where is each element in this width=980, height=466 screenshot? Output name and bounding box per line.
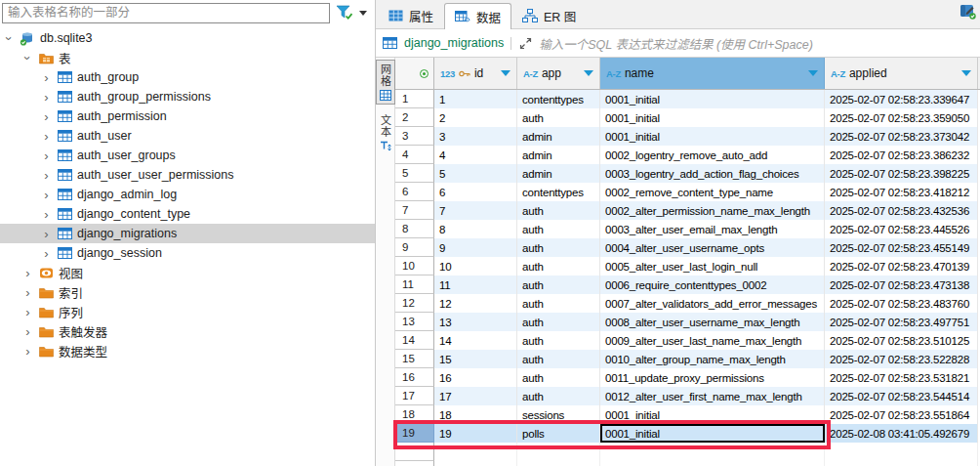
cell-name[interactable]: 0006_require_contenttypes_0002 [600,275,825,294]
cell-app[interactable]: auth [517,313,600,331]
cell-name[interactable]: 0005_alter_user_last_login_null [600,257,825,275]
cell-app[interactable]: auth [517,331,600,350]
funnel-check-icon[interactable] [335,4,354,21]
chevron-right-icon[interactable]: › [22,287,33,298]
tree-item-django-session[interactable]: ›django_session [0,243,375,263]
column-filter-arrow-icon[interactable] [501,70,510,76]
cell-app[interactable]: auth [517,350,600,368]
cell-name[interactable]: 0012_alter_user_first_name_max_length [600,387,825,405]
row-number[interactable]: 8 [395,220,434,238]
column-header-id[interactable]: 123id [434,58,517,89]
row-number[interactable]: 17 [395,387,434,405]
cell-id[interactable]: 14 [434,331,517,350]
tree-item-auth-user[interactable]: ›auth_user [0,126,375,146]
cell-app[interactable]: contenttypes [517,183,600,201]
row-number[interactable]: 18 [395,405,434,424]
cell-applied[interactable]: 2025-02-07 02:58:23.483760 [825,294,978,313]
tree-item-auth-user-groups[interactable]: ›auth_user_groups [0,146,375,165]
filter-dropdown-arrow-icon[interactable] [359,11,367,16]
chevron-right-icon[interactable]: › [22,307,33,318]
cell-app[interactable]: sessions [517,405,600,424]
cell-id[interactable]: 7 [434,201,517,220]
row-number[interactable]: 5 [395,164,434,183]
sql-filter-input[interactable]: 输入一个SQL 表达式来过滤结果 (使用 Ctrl+Space) [539,34,813,53]
column-filter-arrow-icon[interactable] [961,70,971,76]
cell-applied[interactable]: 2025-02-07 02:58:23.432536 [825,201,978,220]
current-table-name[interactable]: django_migrations [404,36,504,50]
cell-id[interactable]: 11 [434,275,517,294]
tree-item-django-content-type[interactable]: ›django_content_type [0,204,375,224]
chevron-right-icon[interactable]: › [41,190,52,200]
cell-name[interactable]: 0004_alter_user_username_opts [600,238,825,257]
tree-item-auth-group-permissions[interactable]: ›auth_group_permissions [0,87,375,106]
column-filter-arrow-icon[interactable] [584,70,593,76]
cell-id[interactable]: 18 [434,405,517,424]
row-number[interactable]: 19 [395,424,434,443]
row-number[interactable]: 11 [395,275,434,294]
chevron-down-icon[interactable]: › [22,53,33,64]
tree-item-data-types-folder[interactable]: ›数据类型 [0,341,375,360]
cell-id[interactable]: 13 [434,313,517,331]
cell-applied[interactable]: 2025-02-07 02:58:23.473138 [825,275,978,294]
table-search-input[interactable] [2,3,330,23]
view-tab-grid[interactable]: 网格 [376,60,395,105]
cell-app[interactable]: auth [517,294,600,313]
cell-id[interactable]: 10 [434,257,517,275]
chevron-right-icon[interactable]: › [22,346,33,357]
cell-name[interactable]: 0002_alter_permission_name_max_length [600,201,825,220]
cell-applied[interactable]: 2025-02-07 02:58:23.544514 [825,387,978,405]
cell-name[interactable]: 0001_initial [600,108,825,127]
tree-item-tables-folder[interactable]: ›表 [0,48,375,67]
cell-applied[interactable]: 2025-02-07 02:58:23.522828 [825,350,978,368]
cell-applied[interactable]: 2025-02-07 02:58:23.339647 [825,90,978,108]
cell-id[interactable]: 2 [434,108,517,127]
cell-applied[interactable]: 2025-02-07 02:58:23.418212 [825,183,978,201]
cell-name[interactable]: 0002_logentry_remove_auto_add [600,146,825,164]
tree-item-table-triggers-folder[interactable]: ›表触发器 [0,321,375,341]
cell-applied[interactable]: 2025-02-07 02:58:23.531821 [825,368,978,387]
chevron-right-icon[interactable]: › [41,229,52,239]
cell-name[interactable]: 0001_initial [600,127,825,146]
row-number[interactable]: 9 [395,238,434,257]
expand-filter-icon[interactable] [510,37,532,50]
chevron-right-icon[interactable]: › [41,248,52,259]
chevron-right-icon[interactable]: › [41,111,52,122]
cell-applied[interactable]: 2025-02-07 02:58:23.373042 [825,127,978,146]
cell-app[interactable]: auth [517,201,600,220]
cell-app[interactable]: auth [517,368,600,387]
cell-app[interactable]: auth [517,257,600,275]
cell-id[interactable]: 16 [434,368,517,387]
chevron-right-icon[interactable]: › [41,209,52,220]
cell-name[interactable]: 0008_alter_user_username_max_length [600,313,825,331]
row-number[interactable]: 13 [395,313,434,331]
cell-applied[interactable]: 2025-02-07 02:58:23.455149 [825,238,978,257]
database-edit-icon[interactable] [959,4,977,21]
chevron-right-icon[interactable]: › [41,131,52,142]
cell-name[interactable]: 0011_update_proxy_permissions [600,368,825,387]
cell-name[interactable]: 0003_alter_user_email_max_length [600,220,825,238]
cell-id[interactable]: 1 [434,90,517,108]
tree-item-indexes-folder[interactable]: ›索引 [0,282,375,302]
row-number[interactable]: 14 [395,331,434,350]
cell-app[interactable]: admin [517,164,600,183]
cell-name[interactable]: 0007_alter_validators_add_error_messages [600,294,825,313]
view-tab-text[interactable]: 文本 [376,110,395,156]
column-filter-arrow-icon[interactable] [808,70,818,76]
cell-applied[interactable]: 2025-02-07 02:58:23.359050 [825,108,978,127]
chevron-right-icon[interactable]: › [41,92,52,103]
tree-item-django-migrations[interactable]: ›django_migrations [0,224,375,243]
cell-applied[interactable]: 2025-02-07 02:58:23.470139 [825,257,978,275]
cell-applied[interactable]: 2025-02-07 02:58:23.510125 [825,331,978,350]
cell-id[interactable]: 3 [434,127,517,146]
tree-item-views-folder[interactable]: ›视图 [0,263,375,282]
cell-name[interactable]: 0001_initial [600,405,825,424]
cell-name[interactable]: 0003_logentry_add_action_flag_choices [600,164,825,183]
chevron-right-icon[interactable]: › [22,326,33,337]
cell-app[interactable]: auth [517,387,600,405]
cell-name[interactable]: 0009_alter_user_last_name_max_length [600,331,825,350]
cell-app[interactable]: admin [517,127,600,146]
row-number[interactable]: 15 [395,350,434,368]
row-number[interactable]: 3 [395,127,434,146]
chevron-right-icon[interactable]: › [22,268,33,278]
cell-name[interactable]: 0010_alter_group_name_max_length [600,350,825,368]
